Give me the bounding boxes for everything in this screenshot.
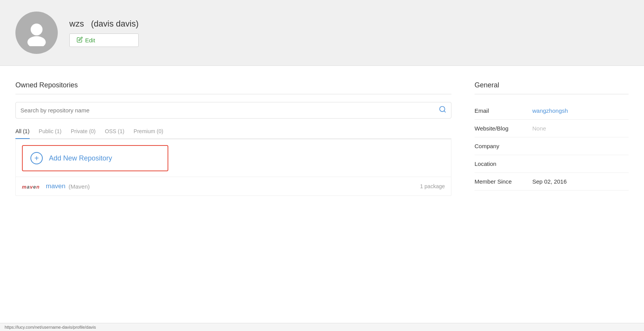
- full-name-text: (davis davis): [91, 19, 138, 28]
- email-label: Email: [475, 107, 525, 114]
- add-repo-label: Add New Repository: [49, 154, 112, 162]
- website-value: None: [532, 125, 546, 132]
- member-since-label: Member Since: [475, 178, 525, 185]
- tab-all[interactable]: All (1): [15, 125, 30, 139]
- url-text: https://lucy.com/net/username-davis/prof…: [5, 325, 96, 329]
- maven-v: v: [30, 184, 33, 190]
- avatar: [15, 12, 58, 54]
- edit-label: Edit: [85, 37, 95, 43]
- url-bar: https://lucy.com/net/username-davis/prof…: [0, 323, 644, 331]
- maven-n: n: [36, 184, 40, 190]
- email-value: wangzhongsh: [532, 107, 568, 114]
- email-row: Email wangzhongsh: [475, 102, 629, 120]
- general-divider: [475, 94, 629, 94]
- website-row: Website/Blog None: [475, 120, 629, 137]
- username-text: wzs: [69, 19, 84, 28]
- profile-username: wzs (davis davis): [69, 19, 139, 29]
- maven-m: m: [22, 184, 27, 190]
- tab-premium[interactable]: Premium (0): [134, 125, 163, 139]
- website-label: Website/Blog: [475, 125, 525, 132]
- search-icon: [439, 105, 446, 115]
- svg-point-1: [27, 36, 46, 46]
- maven-logo: maven: [22, 183, 41, 190]
- search-input[interactable]: [20, 107, 439, 114]
- svg-line-3: [444, 111, 446, 112]
- page-wrapper: wzs (davis davis) Edit Owned Repositorie…: [0, 0, 644, 331]
- avatar-icon: [23, 19, 50, 46]
- profile-header: wzs (davis davis) Edit: [0, 0, 644, 66]
- add-plus-icon: +: [30, 152, 43, 164]
- add-repo-row: + Add New Repository: [16, 139, 451, 177]
- repo-name[interactable]: maven: [46, 182, 65, 190]
- tab-public[interactable]: Public (1): [39, 125, 62, 139]
- location-row: Location: [475, 155, 629, 173]
- right-panel: General Email wangzhongsh Website/Blog N…: [475, 81, 629, 196]
- svg-point-0: [31, 23, 43, 35]
- search-wrapper: [15, 102, 451, 119]
- member-since-row: Member Since Sep 02, 2016: [475, 173, 629, 191]
- profile-info: wzs (davis davis) Edit: [69, 19, 139, 47]
- edit-button[interactable]: Edit: [69, 33, 139, 47]
- tab-oss[interactable]: OSS (1): [105, 125, 124, 139]
- tab-private[interactable]: Private (0): [71, 125, 96, 139]
- left-panel: Owned Repositories All (1) Public (1) Pr…: [15, 81, 451, 196]
- add-new-repository-button[interactable]: + Add New Repository: [22, 145, 168, 171]
- general-title: General: [475, 81, 629, 89]
- repo-item: maven maven (Maven) 1 package: [16, 177, 451, 196]
- repo-packages: 1 package: [420, 183, 445, 189]
- member-since-value: Sep 02, 2016: [532, 178, 567, 185]
- repo-type: (Maven): [69, 183, 90, 190]
- company-row: Company: [475, 137, 629, 155]
- maven-a: a: [27, 184, 30, 190]
- section-divider: [15, 94, 451, 94]
- company-label: Company: [475, 143, 525, 149]
- edit-icon: [77, 37, 83, 44]
- repo-tabs: All (1) Public (1) Private (0) OSS (1) P…: [15, 125, 451, 139]
- main-content: Owned Repositories All (1) Public (1) Pr…: [0, 66, 644, 211]
- location-label: Location: [475, 160, 525, 167]
- repo-section: + Add New Repository maven maven (Maven)…: [15, 139, 451, 196]
- owned-repos-title: Owned Repositories: [15, 81, 451, 89]
